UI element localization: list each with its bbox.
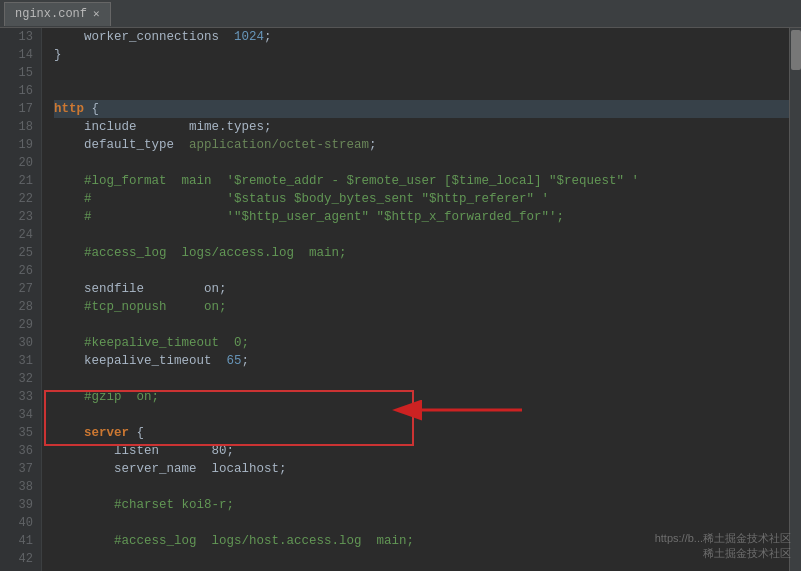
- code-line: [54, 262, 789, 280]
- code-line: [54, 226, 789, 244]
- code-line: #access_log logs/access.log main;: [54, 244, 789, 262]
- scrollbar-thumb[interactable]: [791, 30, 801, 70]
- watermark: https://b...稀土掘金技术社区 稀土掘金技术社区: [655, 531, 791, 561]
- code-line: http {: [54, 100, 789, 118]
- code-line: #log_format main '$remote_addr - $remote…: [54, 172, 789, 190]
- code-line: #charset koi8-r;: [54, 496, 789, 514]
- line-numbers: 1314151617181920212223242526272829303132…: [0, 28, 42, 571]
- code-line: # '$status $body_bytes_sent "$http_refer…: [54, 190, 789, 208]
- code-line: listen 80;: [54, 442, 789, 460]
- code-line: include mime.types;: [54, 118, 789, 136]
- code-line: [54, 82, 789, 100]
- watermark-line2: 稀土掘金技术社区: [655, 546, 791, 561]
- code-area: 1314151617181920212223242526272829303132…: [0, 28, 801, 571]
- tab-bar: nginx.conf ✕: [0, 0, 801, 28]
- code-line: sendfile on;: [54, 280, 789, 298]
- code-content: worker_connections 1024;}http { include …: [42, 28, 789, 571]
- code-line: [54, 370, 789, 388]
- code-line: #gzip on;: [54, 388, 789, 406]
- code-line: server {: [54, 424, 789, 442]
- code-line: #keepalive_timeout 0;: [54, 334, 789, 352]
- code-line: keepalive_timeout 65;: [54, 352, 789, 370]
- tab-close-button[interactable]: ✕: [93, 9, 100, 20]
- code-line: [54, 478, 789, 496]
- vertical-scrollbar[interactable]: [789, 28, 801, 571]
- code-line: default_type application/octet-stream;: [54, 136, 789, 154]
- code-line: [54, 406, 789, 424]
- code-line: [54, 514, 789, 532]
- code-line: server_name localhost;: [54, 460, 789, 478]
- code-line: [54, 154, 789, 172]
- watermark-line1: https://b...稀土掘金技术社区: [655, 531, 791, 546]
- editor-tab[interactable]: nginx.conf ✕: [4, 2, 111, 26]
- code-line: #tcp_nopush on;: [54, 298, 789, 316]
- code-line: worker_connections 1024;: [54, 28, 789, 46]
- code-line: [54, 64, 789, 82]
- code-line: }: [54, 46, 789, 64]
- code-line: [54, 316, 789, 334]
- editor-container: nginx.conf ✕ 131415161718192021222324252…: [0, 0, 801, 571]
- tab-label: nginx.conf: [15, 7, 87, 21]
- code-line: # '"$http_user_agent" "$http_x_forwarded…: [54, 208, 789, 226]
